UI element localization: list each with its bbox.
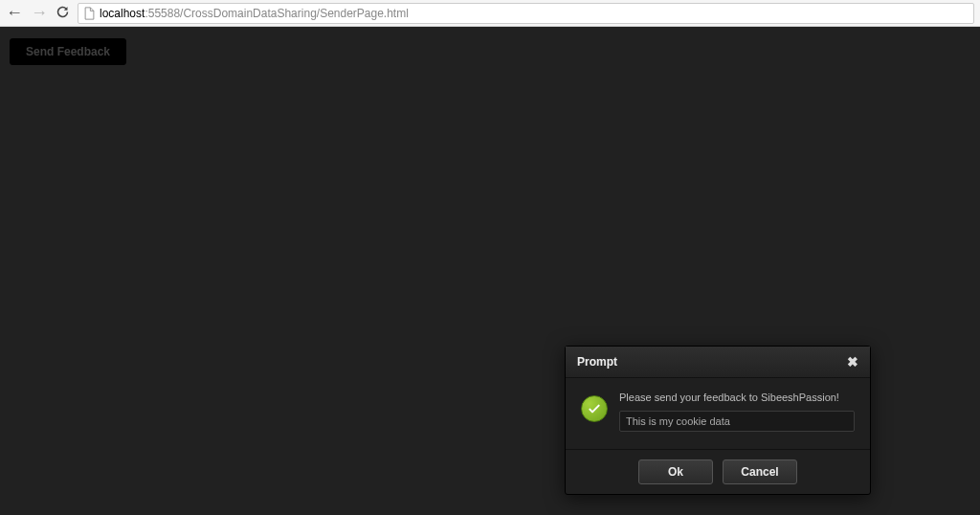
- forward-button: →: [31, 3, 48, 23]
- address-bar[interactable]: localhost:55588/CrossDomainDataSharing/S…: [78, 3, 974, 24]
- modal-header: Prompt ✖: [566, 347, 870, 378]
- modal-message: Please send your feedback to SibeeshPass…: [619, 392, 855, 403]
- ok-button[interactable]: Ok: [638, 459, 713, 484]
- modal-body: Please send your feedback to SibeeshPass…: [566, 378, 870, 449]
- reload-button[interactable]: [56, 5, 70, 22]
- page-content: Send Feedback Prompt ✖ Please send your …: [0, 27, 980, 515]
- url-path: :55588/CrossDomainDataSharing/SenderPage…: [145, 7, 409, 20]
- cancel-button[interactable]: Cancel: [723, 459, 797, 484]
- back-button[interactable]: ←: [6, 3, 23, 23]
- page-icon: [82, 7, 96, 20]
- feedback-input[interactable]: [619, 411, 855, 432]
- prompt-modal: Prompt ✖ Please send your feedback to Si…: [565, 346, 871, 495]
- modal-content: Please send your feedback to SibeeshPass…: [619, 392, 855, 432]
- modal-footer: Ok Cancel: [566, 449, 870, 494]
- url-text: localhost:55588/CrossDomainDataSharing/S…: [100, 7, 409, 20]
- browser-toolbar: ← → localhost:55588/CrossDomainDataShari…: [0, 0, 980, 27]
- url-host: localhost: [100, 7, 145, 20]
- modal-title: Prompt: [577, 355, 617, 369]
- checkmark-icon: [581, 395, 608, 422]
- close-icon[interactable]: ✖: [847, 354, 858, 369]
